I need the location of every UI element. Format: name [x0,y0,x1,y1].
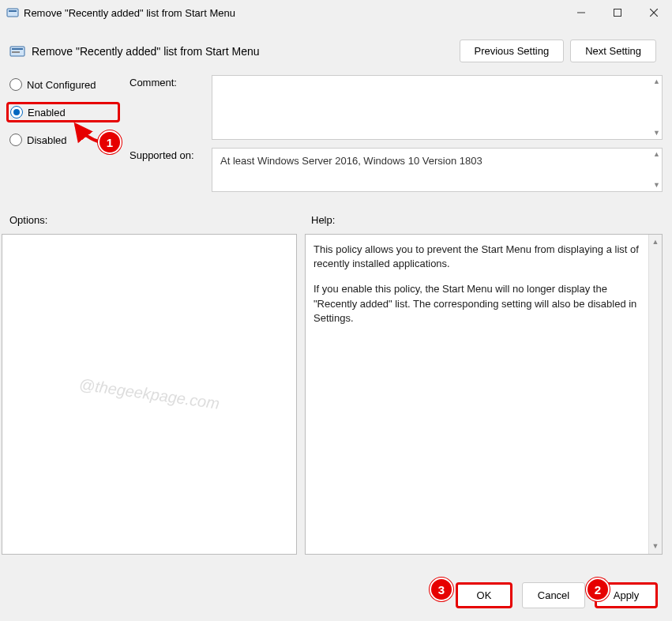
comment-field[interactable]: ▲▼ [212,75,663,140]
scrollbar[interactable]: ▲▼ [653,149,660,191]
window-controls [563,0,672,25]
maximize-button[interactable] [599,0,636,25]
minimize-button[interactable] [563,0,599,25]
radio-label: Disabled [27,134,67,146]
svg-rect-1 [9,10,17,12]
cancel-button[interactable]: Cancel [522,582,585,608]
supported-on-field: At least Windows Server 2016, Windows 10… [212,148,663,192]
radio-label: Enabled [28,107,66,119]
scrollbar[interactable]: ▲▼ [648,235,662,554]
annotation-badge-2: 2 [586,578,610,601]
svg-rect-3 [614,9,621,17]
options-pane: @thegeekpage.com [2,234,297,555]
scrollbar[interactable]: ▲▼ [653,76,660,139]
comment-label: Comment: [130,75,205,140]
window-title: Remove "Recently added" list from Start … [24,7,563,19]
supported-on-label: Supported on: [130,148,205,192]
radio-icon [9,134,22,146]
ok-button[interactable]: OK [456,582,512,608]
svg-rect-8 [12,51,20,53]
mid-labels: Options: Help: [0,192,672,229]
help-text: This policy allows you to prevent the St… [313,243,643,271]
footer-buttons: OK Cancel Apply [456,582,658,608]
radio-icon [10,106,23,119]
watermark: @thegeekpage.com [78,375,221,413]
annotation-badge-3: 3 [430,578,453,601]
close-button[interactable] [636,0,672,25]
supported-on-value: At least Windows Server 2016, Windows 10… [220,155,482,167]
options-label: Options: [9,214,302,226]
radio-icon [9,78,22,91]
previous-setting-button[interactable]: Previous Setting [460,40,565,62]
help-text: If you enable this policy, the Start Men… [313,282,643,326]
svg-rect-7 [12,48,23,50]
policy-icon [6,6,19,19]
annotation-badge-1: 1 [98,130,122,154]
radio-label: Not Configured [27,79,96,91]
header-row: Remove "Recently added" list from Start … [0,25,672,72]
radio-enabled[interactable]: Enabled [10,106,66,119]
svg-rect-0 [7,9,18,17]
policy-title: Remove "Recently added" list from Start … [32,45,460,58]
titlebar: Remove "Recently added" list from Start … [0,0,672,25]
panes: @thegeekpage.com This policy allows you … [0,229,672,555]
policy-icon [9,43,25,59]
help-label: Help: [311,214,335,226]
help-pane: This policy allows you to prevent the St… [305,234,663,555]
next-setting-button[interactable]: Next Setting [570,40,656,62]
radio-not-configured[interactable]: Not Configured [9,78,120,91]
